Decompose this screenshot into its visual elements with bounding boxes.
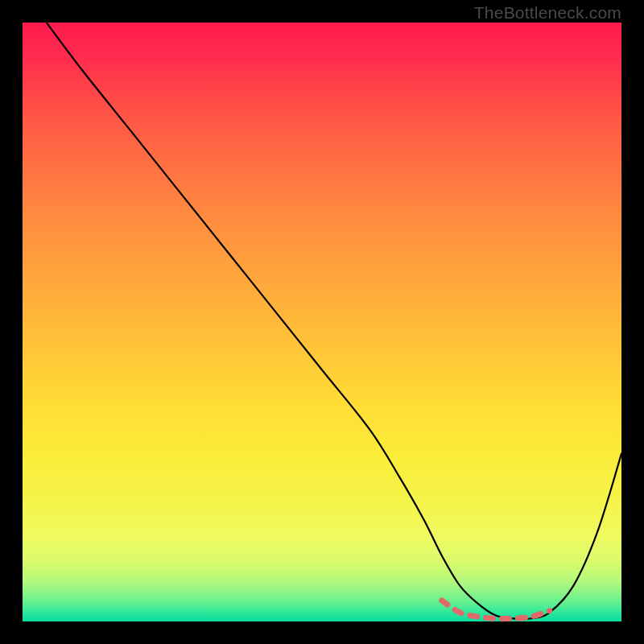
watermark-text: TheBottleneck.com xyxy=(474,3,621,23)
chart-svg xyxy=(23,23,621,621)
bottleneck-curve xyxy=(47,23,621,619)
plot-area xyxy=(23,23,621,621)
chart-frame: TheBottleneck.com xyxy=(0,0,644,644)
